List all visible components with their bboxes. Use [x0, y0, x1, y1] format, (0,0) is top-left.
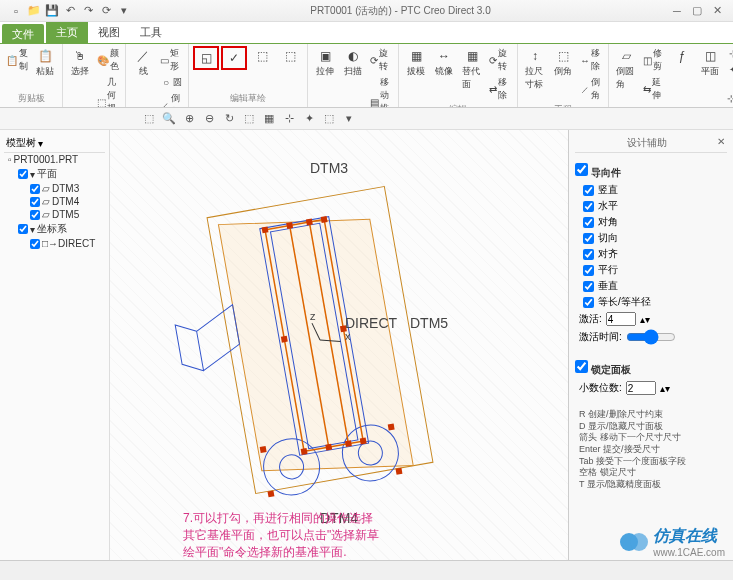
tree-dtm3[interactable]: ▱DTM3	[4, 182, 105, 195]
ribbon-group-label: 编辑草绘	[193, 92, 303, 105]
refresh-icon[interactable]: ⟳	[98, 3, 114, 19]
guide-checkbox[interactable]	[583, 297, 594, 308]
ribbon-button[interactable]: 📋复制	[4, 46, 30, 74]
ribbon-button[interactable]: ⟋倒角	[158, 91, 184, 108]
ribbon-button[interactable]: ／线	[130, 46, 156, 80]
lock-header[interactable]: 锁定面板	[575, 358, 727, 379]
guide-checkbox[interactable]	[583, 217, 594, 228]
group-check[interactable]	[18, 169, 28, 179]
ribbon-button[interactable]: 📋粘贴	[32, 46, 58, 80]
view-btn-8[interactable]: ⊹	[280, 110, 298, 128]
decimals-input[interactable]	[626, 381, 656, 395]
ribbon-button[interactable]: ▱倒圆角	[613, 46, 639, 93]
view-btn-4[interactable]: ⊖	[200, 110, 218, 128]
guide-check-row: 水平	[575, 198, 727, 214]
view-btn-11[interactable]: ▾	[340, 110, 358, 128]
new-icon[interactable]: ▫	[8, 3, 24, 19]
tree-menu-icon[interactable]: ▾	[38, 138, 43, 149]
ribbon-button[interactable]: ⟳旋转	[487, 46, 513, 74]
ribbon-button[interactable]: ↔移除	[578, 46, 604, 74]
activate-field: 激活: ▴▾	[575, 310, 727, 328]
ribbon-button[interactable]: 🎨颜色	[95, 46, 121, 74]
tree-group-planes[interactable]: ▾ 平面	[4, 166, 105, 182]
ribbon-button[interactable]: ⬚几何规则	[95, 75, 121, 108]
redo-icon[interactable]: ↷	[80, 3, 96, 19]
close-button[interactable]: ✕	[709, 4, 725, 18]
ribbon-button[interactable]: ◐扫描	[340, 46, 366, 80]
ribbon-button[interactable]: ◱	[193, 46, 219, 70]
maximize-button[interactable]: ▢	[689, 4, 705, 18]
ribbon-button[interactable]: ⇄移除	[487, 75, 513, 103]
ribbon-button[interactable]: ✓	[221, 46, 247, 70]
ribbon-button[interactable]: ▣拉伸	[312, 46, 338, 80]
view-btn-5[interactable]: ↻	[220, 110, 238, 128]
ribbon-button[interactable]: ⬚	[249, 46, 275, 66]
time-slider[interactable]	[626, 330, 676, 344]
ribbon-icon: ○	[160, 77, 172, 89]
panel-close-icon[interactable]: ✕	[717, 136, 725, 147]
ribbon-button[interactable]: ƒ	[669, 46, 695, 66]
undo-icon[interactable]: ↶	[62, 3, 78, 19]
ribbon-icon: ◱	[198, 50, 214, 66]
svg-rect-15	[286, 222, 293, 229]
svg-rect-13	[301, 448, 308, 455]
ribbon-button[interactable]: ◫修剪	[641, 46, 667, 74]
open-icon[interactable]: 📁	[26, 3, 42, 19]
view-btn-1[interactable]: ⬚	[140, 110, 158, 128]
ribbon-button[interactable]: ✦点	[725, 62, 733, 77]
ribbon-button[interactable]: ▦拔模	[403, 46, 429, 80]
ribbon-button[interactable]: ▭矩形	[158, 46, 184, 74]
view-btn-6[interactable]: ⬚	[240, 110, 258, 128]
tab-view[interactable]: 视图	[88, 22, 130, 43]
ribbon-button[interactable]: ↔镜像	[431, 46, 457, 80]
watermark-logo: 仿真在线 www.1CAE.com	[619, 526, 725, 558]
svg-rect-16	[306, 219, 313, 226]
tree-group-csys[interactable]: ▾ 坐标系	[4, 221, 105, 237]
stepper-icon[interactable]: ▴▾	[640, 314, 650, 325]
ribbon-button[interactable]: ◫平面	[697, 46, 723, 80]
ribbon-button[interactable]: ⊹轴	[725, 46, 733, 61]
graphics-canvas[interactable]: DTM3 DTM4 DTM5 DIRECT x z 7.可以打勾，再进行相同的操…	[110, 130, 568, 560]
ribbon-button[interactable]: ▤移动推拉	[368, 75, 394, 108]
ribbon-button[interactable]: 🖱选择	[67, 46, 93, 80]
ribbon-button[interactable]: ⬚	[277, 46, 303, 66]
tab-home[interactable]: 主页	[46, 22, 88, 43]
ribbon-button[interactable]: ↕拉尺寸标	[522, 46, 548, 93]
group-check[interactable]	[18, 224, 28, 234]
tree-dtm5[interactable]: ▱DTM5	[4, 208, 105, 221]
save-icon[interactable]: 💾	[44, 3, 60, 19]
guide-checkbox[interactable]	[583, 281, 594, 292]
tree-root[interactable]: ▫ PRT0001.PRT	[4, 153, 105, 166]
guide-checkbox[interactable]	[583, 201, 594, 212]
view-btn-2[interactable]: 🔍	[160, 110, 178, 128]
guide-checkbox[interactable]	[583, 185, 594, 196]
guide-checkbox[interactable]	[583, 265, 594, 276]
activate-input[interactable]	[606, 312, 636, 326]
ribbon-button[interactable]: ○圆	[158, 75, 184, 90]
tree-dtm4[interactable]: ▱DTM4	[4, 195, 105, 208]
tab-file[interactable]: 文件	[2, 24, 44, 43]
ribbon-icon: ↕	[527, 48, 543, 64]
minimize-button[interactable]: ─	[669, 4, 685, 18]
guide-checkbox[interactable]	[583, 249, 594, 260]
view-toolbar: ⬚ 🔍 ⊕ ⊖ ↻ ⬚ ▦ ⊹ ✦ ⬚ ▾	[0, 108, 733, 130]
ribbon-button[interactable]: ⊹坐标系	[725, 78, 733, 108]
guides-header[interactable]: 导向件	[575, 161, 727, 182]
ribbon-icon: ▤	[370, 96, 379, 108]
window-icon[interactable]: ▾	[116, 3, 132, 19]
ribbon-icon: ⊹	[727, 48, 733, 60]
stepper-icon[interactable]: ▴▾	[660, 383, 670, 394]
tree-direct[interactable]: □→DIRECT	[4, 237, 105, 250]
ribbon-button[interactable]: ⟋倒角	[578, 75, 604, 103]
ribbon-button[interactable]: ⇆延伸	[641, 75, 667, 103]
ribbon-button[interactable]: ▦替代面	[459, 46, 485, 93]
view-btn-9[interactable]: ✦	[300, 110, 318, 128]
ribbon-button[interactable]: ⬚倒角	[550, 46, 576, 80]
tab-tools[interactable]: 工具	[130, 22, 172, 43]
guide-checkbox[interactable]	[583, 233, 594, 244]
ribbon-button[interactable]: ⟳旋转	[368, 46, 394, 74]
view-btn-10[interactable]: ⬚	[320, 110, 338, 128]
view-btn-3[interactable]: ⊕	[180, 110, 198, 128]
ribbon-icon: ◐	[345, 48, 361, 64]
view-btn-7[interactable]: ▦	[260, 110, 278, 128]
